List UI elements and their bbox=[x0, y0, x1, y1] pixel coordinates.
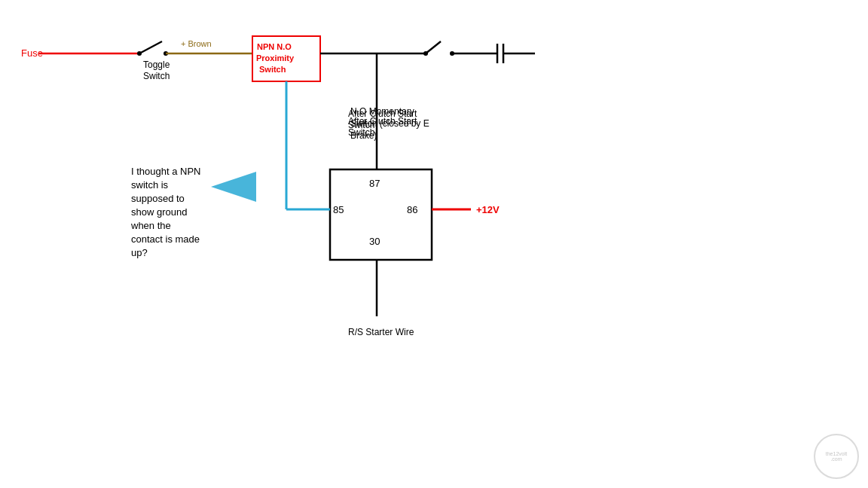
annotation-line3: supposed to bbox=[131, 193, 185, 204]
blue-arrow bbox=[211, 172, 256, 202]
toggle-switch-label: Toggle bbox=[143, 59, 170, 70]
npn-switch-label: NPN N.O bbox=[257, 42, 292, 51]
starter-wire-label: R/S Starter Wire bbox=[348, 327, 414, 337]
svg-text:After Clutch Start: After Clutch Start bbox=[348, 108, 417, 119]
annotation-line2: switch is bbox=[131, 179, 169, 191]
npn-switch-label2: Proximity bbox=[256, 53, 295, 63]
npn-switch-label3: Switch bbox=[259, 65, 286, 74]
pin-85-label: 85 bbox=[333, 204, 344, 215]
pin-30-label: 30 bbox=[369, 236, 380, 247]
annotation-line7: up? bbox=[131, 247, 148, 258]
circuit-diagram: Fuse Toggle Switch + Brown NPN N.O Proxi… bbox=[0, 0, 868, 488]
watermark: the12volt.com bbox=[814, 434, 859, 479]
toggle-switch-label2: Switch bbox=[143, 71, 170, 81]
pin-86-label: 86 bbox=[407, 204, 417, 215]
annotation-line6: contact is made bbox=[131, 233, 200, 245]
svg-point-2 bbox=[137, 51, 142, 56]
annotation-line1: I thought a NPN bbox=[131, 166, 201, 177]
svg-line-1 bbox=[139, 41, 162, 53]
annotation-line4: show ground bbox=[131, 206, 187, 218]
annotation-line5: when the bbox=[130, 220, 171, 231]
svg-point-8 bbox=[423, 51, 428, 56]
brown-wire-label: + Brown bbox=[181, 39, 212, 48]
svg-line-7 bbox=[426, 41, 441, 53]
pin-87-label: 87 bbox=[369, 178, 380, 189]
svg-text:Switch: Switch bbox=[348, 120, 374, 130]
12v-label: +12V bbox=[476, 204, 500, 215]
